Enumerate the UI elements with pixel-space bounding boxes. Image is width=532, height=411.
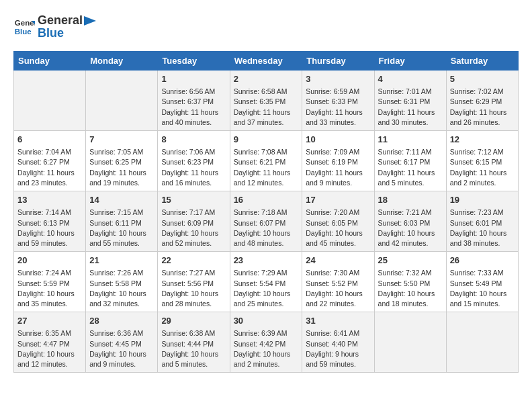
day-cell: 21Sunrise: 7:26 AM Sunset: 5:58 PM Dayli… (86, 252, 158, 312)
day-number: 24 (306, 255, 370, 267)
day-cell: 18Sunrise: 7:21 AM Sunset: 6:03 PM Dayli… (374, 191, 446, 252)
week-row-2: 6Sunrise: 7:04 AM Sunset: 6:27 PM Daylig… (14, 131, 519, 191)
logo-arrow-icon (84, 16, 96, 26)
week-row-4: 20Sunrise: 7:24 AM Sunset: 5:59 PM Dayli… (14, 252, 519, 312)
day-detail: Sunrise: 6:58 AM Sunset: 6:35 PM Dayligh… (234, 87, 299, 128)
day-detail: Sunrise: 7:27 AM Sunset: 5:56 PM Dayligh… (161, 268, 226, 309)
day-cell: 16Sunrise: 7:18 AM Sunset: 6:07 PM Dayli… (230, 191, 302, 252)
day-number: 14 (89, 194, 154, 206)
day-detail: Sunrise: 6:39 AM Sunset: 4:42 PM Dayligh… (234, 328, 299, 369)
day-detail: Sunrise: 7:26 AM Sunset: 5:58 PM Dayligh… (89, 268, 154, 309)
day-cell: 15Sunrise: 7:17 AM Sunset: 6:09 PM Dayli… (158, 191, 230, 252)
day-cell: 12Sunrise: 7:12 AM Sunset: 6:15 PM Dayli… (446, 131, 518, 191)
day-detail: Sunrise: 7:02 AM Sunset: 6:29 PM Dayligh… (450, 87, 515, 128)
day-detail: Sunrise: 7:21 AM Sunset: 6:03 PM Dayligh… (378, 208, 443, 248)
day-detail: Sunrise: 7:30 AM Sunset: 5:52 PM Dayligh… (306, 268, 370, 309)
day-detail: Sunrise: 7:32 AM Sunset: 5:50 PM Dayligh… (378, 268, 443, 309)
svg-marker-4 (84, 16, 96, 26)
day-number: 9 (234, 134, 299, 146)
day-cell: 29Sunrise: 6:38 AM Sunset: 4:44 PM Dayli… (158, 312, 230, 373)
calendar-header-row: SundayMondayTuesdayWednesdayThursdayFrid… (14, 52, 519, 71)
logo: General Blue General Blue (13, 13, 96, 40)
day-cell: 5Sunrise: 7:02 AM Sunset: 6:29 PM Daylig… (446, 71, 518, 131)
day-detail: Sunrise: 7:29 AM Sunset: 5:54 PM Dayligh… (234, 268, 299, 309)
day-detail: Sunrise: 7:33 AM Sunset: 5:49 PM Dayligh… (450, 268, 515, 309)
day-cell: 23Sunrise: 7:29 AM Sunset: 5:54 PM Dayli… (230, 252, 302, 312)
calendar-table: SundayMondayTuesdayWednesdayThursdayFrid… (13, 51, 519, 373)
day-number: 7 (89, 134, 154, 146)
page-header: General Blue General Blue (13, 13, 519, 40)
day-number: 4 (378, 73, 443, 85)
day-number: 13 (17, 194, 82, 206)
day-number: 18 (378, 194, 443, 206)
day-number: 19 (450, 194, 515, 206)
day-cell: 28Sunrise: 6:36 AM Sunset: 4:45 PM Dayli… (86, 312, 158, 373)
day-detail: Sunrise: 7:05 AM Sunset: 6:25 PM Dayligh… (89, 147, 154, 188)
col-header-monday: Monday (86, 52, 158, 71)
day-detail: Sunrise: 7:24 AM Sunset: 5:59 PM Dayligh… (17, 268, 82, 309)
week-row-5: 27Sunrise: 6:35 AM Sunset: 4:47 PM Dayli… (14, 312, 519, 373)
day-detail: Sunrise: 7:11 AM Sunset: 6:17 PM Dayligh… (378, 147, 443, 188)
day-number: 8 (161, 134, 226, 146)
day-cell (374, 312, 446, 373)
day-number: 27 (17, 315, 82, 327)
day-cell (14, 71, 86, 131)
day-cell: 8Sunrise: 7:06 AM Sunset: 6:23 PM Daylig… (158, 131, 230, 191)
day-cell: 20Sunrise: 7:24 AM Sunset: 5:59 PM Dayli… (14, 252, 86, 312)
day-cell: 17Sunrise: 7:20 AM Sunset: 6:05 PM Dayli… (302, 191, 374, 252)
day-detail: Sunrise: 7:12 AM Sunset: 6:15 PM Dayligh… (450, 147, 515, 188)
day-cell (86, 71, 158, 131)
day-number: 28 (89, 315, 154, 327)
day-number: 20 (17, 255, 82, 267)
day-detail: Sunrise: 7:14 AM Sunset: 6:13 PM Dayligh… (17, 208, 82, 248)
day-number: 25 (378, 255, 443, 267)
day-number: 21 (89, 255, 154, 267)
day-detail: Sunrise: 7:08 AM Sunset: 6:21 PM Dayligh… (234, 147, 299, 188)
logo-blue: Blue (38, 26, 96, 40)
logo-general: General (38, 13, 83, 28)
day-cell: 24Sunrise: 7:30 AM Sunset: 5:52 PM Dayli… (302, 252, 374, 312)
day-cell: 2Sunrise: 6:58 AM Sunset: 6:35 PM Daylig… (230, 71, 302, 131)
day-cell: 26Sunrise: 7:33 AM Sunset: 5:49 PM Dayli… (446, 252, 518, 312)
day-number: 15 (161, 194, 226, 206)
day-detail: Sunrise: 6:56 AM Sunset: 6:37 PM Dayligh… (161, 87, 226, 128)
day-cell: 14Sunrise: 7:15 AM Sunset: 6:11 PM Dayli… (86, 191, 158, 252)
col-header-tuesday: Tuesday (158, 52, 230, 71)
day-cell: 3Sunrise: 6:59 AM Sunset: 6:33 PM Daylig… (302, 71, 374, 131)
day-cell: 4Sunrise: 7:01 AM Sunset: 6:31 PM Daylig… (374, 71, 446, 131)
logo-icon: General Blue (13, 16, 35, 38)
day-number: 6 (17, 134, 82, 146)
day-number: 3 (306, 73, 370, 85)
day-cell: 11Sunrise: 7:11 AM Sunset: 6:17 PM Dayli… (374, 131, 446, 191)
day-detail: Sunrise: 6:41 AM Sunset: 4:40 PM Dayligh… (306, 328, 370, 369)
day-number: 1 (161, 73, 226, 85)
day-cell: 31Sunrise: 6:41 AM Sunset: 4:40 PM Dayli… (302, 312, 374, 373)
day-cell: 27Sunrise: 6:35 AM Sunset: 4:47 PM Dayli… (14, 312, 86, 373)
day-number: 23 (234, 255, 299, 267)
day-number: 26 (450, 255, 515, 267)
day-cell: 1Sunrise: 6:56 AM Sunset: 6:37 PM Daylig… (158, 71, 230, 131)
day-number: 11 (378, 134, 443, 146)
day-cell: 19Sunrise: 7:23 AM Sunset: 6:01 PM Dayli… (446, 191, 518, 252)
week-row-1: 1Sunrise: 6:56 AM Sunset: 6:37 PM Daylig… (14, 71, 519, 131)
col-header-wednesday: Wednesday (230, 52, 302, 71)
day-cell: 6Sunrise: 7:04 AM Sunset: 6:27 PM Daylig… (14, 131, 86, 191)
day-detail: Sunrise: 6:35 AM Sunset: 4:47 PM Dayligh… (17, 328, 82, 369)
day-detail: Sunrise: 6:38 AM Sunset: 4:44 PM Dayligh… (161, 328, 226, 369)
day-detail: Sunrise: 7:04 AM Sunset: 6:27 PM Dayligh… (17, 147, 82, 188)
day-cell: 10Sunrise: 7:09 AM Sunset: 6:19 PM Dayli… (302, 131, 374, 191)
day-cell: 25Sunrise: 7:32 AM Sunset: 5:50 PM Dayli… (374, 252, 446, 312)
day-detail: Sunrise: 7:17 AM Sunset: 6:09 PM Dayligh… (161, 208, 226, 248)
day-number: 31 (306, 315, 370, 327)
col-header-sunday: Sunday (14, 52, 86, 71)
col-header-thursday: Thursday (302, 52, 374, 71)
day-number: 30 (234, 315, 299, 327)
day-number: 29 (161, 315, 226, 327)
day-detail: Sunrise: 7:01 AM Sunset: 6:31 PM Dayligh… (378, 87, 443, 128)
day-cell: 9Sunrise: 7:08 AM Sunset: 6:21 PM Daylig… (230, 131, 302, 191)
day-number: 17 (306, 194, 370, 206)
day-detail: Sunrise: 7:23 AM Sunset: 6:01 PM Dayligh… (450, 208, 515, 248)
svg-text:General: General (15, 19, 35, 27)
day-detail: Sunrise: 6:36 AM Sunset: 4:45 PM Dayligh… (89, 328, 154, 369)
day-detail: Sunrise: 7:18 AM Sunset: 6:07 PM Dayligh… (234, 208, 299, 248)
